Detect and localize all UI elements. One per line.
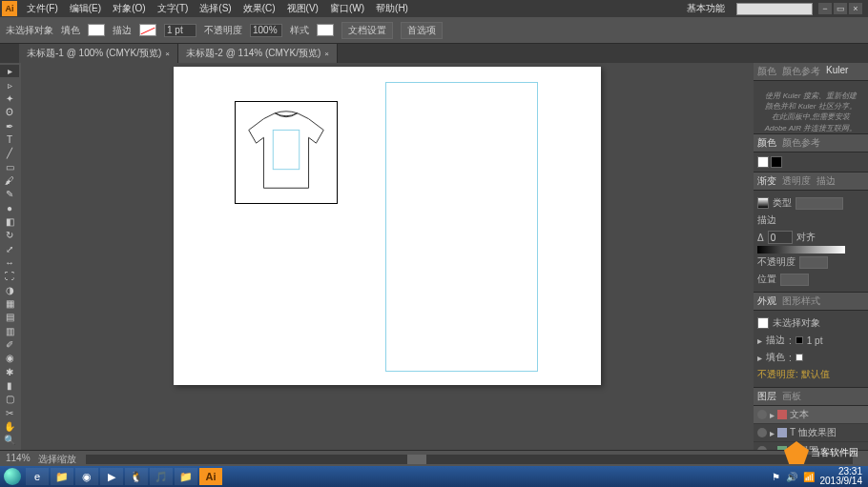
taskbar-qq-icon[interactable]: 🐧 xyxy=(125,468,148,485)
panel-tab-kuler[interactable]: Kuler xyxy=(826,65,848,78)
zoom-level[interactable]: 114% xyxy=(6,453,31,466)
taskbar-folder-icon[interactable]: 📁 xyxy=(175,468,197,485)
symbol-sprayer-tool[interactable]: ✱ xyxy=(0,366,19,378)
slice-tool[interactable]: ✂ xyxy=(0,407,19,419)
taskbar-ie-icon[interactable]: e xyxy=(26,468,49,485)
menu-edit[interactable]: 编辑(E) xyxy=(64,0,107,17)
eraser-tool[interactable]: ◧ xyxy=(0,215,19,228)
eyedropper-tool[interactable]: ✐ xyxy=(0,338,19,351)
panel-tab-artboards[interactable]: 画板 xyxy=(782,390,801,403)
horizontal-scrollbar[interactable] xyxy=(86,455,853,464)
help-search-input[interactable] xyxy=(736,3,813,15)
panel-tab-gradient[interactable]: 渐变 xyxy=(757,174,776,188)
menu-window[interactable]: 窗口(W) xyxy=(324,0,370,17)
appearance-stroke-swatch[interactable] xyxy=(796,336,803,344)
panel-tab-stroke[interactable]: 描边 xyxy=(816,174,836,188)
taskbar-music-icon[interactable]: 🎵 xyxy=(150,468,173,485)
perspective-grid-tool[interactable]: ▦ xyxy=(0,297,19,310)
style-swatch[interactable] xyxy=(317,24,334,36)
chevron-down-icon[interactable]: ▸ xyxy=(770,410,775,420)
lasso-tool[interactable]: ʘ xyxy=(0,106,19,118)
magic-wand-tool[interactable]: ✦ xyxy=(0,92,19,105)
gradient-type-select[interactable] xyxy=(796,197,843,210)
scrollbar-thumb[interactable] xyxy=(407,455,426,464)
color-swatch-white[interactable] xyxy=(757,156,769,168)
gradient-opacity-input[interactable] xyxy=(799,256,828,269)
menu-select[interactable]: 选择(S) xyxy=(194,0,237,17)
rotate-tool[interactable]: ↻ xyxy=(0,229,19,241)
selection-rectangle[interactable] xyxy=(385,82,538,372)
gradient-angle-input[interactable] xyxy=(768,231,793,244)
menu-effect[interactable]: 效果(C) xyxy=(238,0,281,17)
taskbar-explorer-icon[interactable]: 📁 xyxy=(51,468,73,485)
color-swatch-black[interactable] xyxy=(771,156,782,168)
hand-tool[interactable]: ✋ xyxy=(0,420,19,433)
line-tool[interactable]: ╱ xyxy=(0,147,19,159)
maximize-button[interactable]: ▭ xyxy=(834,3,847,14)
direct-selection-tool[interactable]: ▹ xyxy=(0,78,19,91)
chevron-down-icon[interactable]: ▸ xyxy=(770,428,775,438)
gradient-location-input[interactable] xyxy=(780,274,809,286)
document-tab-1[interactable]: 未标题-1 @ 100% (CMYK/预览) × xyxy=(19,44,178,63)
paintbrush-tool[interactable]: 🖌 xyxy=(0,174,19,187)
shape-builder-tool[interactable]: ◑ xyxy=(0,284,19,296)
fill-swatch[interactable] xyxy=(88,24,105,36)
workspace-switcher[interactable]: 基本功能 xyxy=(681,0,731,17)
layer-row[interactable]: ▸ 文本 xyxy=(754,406,868,424)
close-button[interactable]: × xyxy=(849,3,862,14)
panel-tab-appearance[interactable]: 外观 xyxy=(757,294,776,308)
stroke-width-input[interactable] xyxy=(164,24,196,37)
gradient-slider[interactable] xyxy=(757,246,845,254)
gradient-preview[interactable] xyxy=(757,197,769,209)
panel-tab-guide[interactable]: 颜色参考 xyxy=(782,65,820,78)
start-button[interactable] xyxy=(0,466,25,487)
document-tab-2[interactable]: 未标题-2 @ 114% (CMYK/预览) × xyxy=(178,44,338,63)
panel-tab-color2[interactable]: 颜色 xyxy=(757,136,776,150)
visibility-toggle-icon[interactable] xyxy=(757,428,767,437)
menu-file[interactable]: 文件(F) xyxy=(21,0,64,17)
appearance-opacity[interactable]: 不透明度: 默认值 xyxy=(757,368,830,381)
opacity-input[interactable] xyxy=(250,24,282,37)
document-setup-button[interactable]: 文档设置 xyxy=(341,22,393,39)
tray-flag-icon[interactable]: ⚑ xyxy=(772,472,780,482)
panel-tab-transparency[interactable]: 透明度 xyxy=(782,174,811,188)
preferences-button[interactable]: 首选项 xyxy=(401,22,443,39)
type-tool[interactable]: T xyxy=(0,133,19,146)
gradient-tool[interactable]: ▥ xyxy=(0,325,19,337)
tray-volume-icon[interactable]: 🔊 xyxy=(786,472,797,482)
scale-tool[interactable]: ⤢ xyxy=(0,242,19,254)
taskbar-chrome-icon[interactable]: ◉ xyxy=(75,468,98,485)
layer-row[interactable]: ▸ T 恤效果图 xyxy=(754,424,868,442)
close-icon[interactable]: × xyxy=(165,50,170,58)
zoom-tool[interactable]: 🔍 xyxy=(0,434,19,446)
artboard-tool[interactable]: ▢ xyxy=(0,393,19,405)
panel-tab-guide2[interactable]: 颜色参考 xyxy=(782,136,820,150)
menu-view[interactable]: 视图(V) xyxy=(281,0,324,17)
column-graph-tool[interactable]: ▮ xyxy=(0,379,19,392)
minimize-button[interactable]: − xyxy=(818,3,832,14)
appearance-fill-swatch[interactable] xyxy=(796,354,803,361)
menu-type[interactable]: 文字(T) xyxy=(152,0,195,17)
width-tool[interactable]: ↔ xyxy=(0,256,19,269)
taskbar-illustrator-icon[interactable]: Ai xyxy=(199,468,222,485)
panel-tab-layers[interactable]: 图层 xyxy=(757,390,776,403)
tray-network-icon[interactable]: 📶 xyxy=(803,472,815,482)
mesh-tool[interactable]: ▤ xyxy=(0,311,19,323)
rectangle-tool[interactable]: ▭ xyxy=(0,160,19,172)
taskbar-media-icon[interactable]: ▶ xyxy=(100,468,123,485)
pencil-tool[interactable]: ✎ xyxy=(0,188,19,200)
free-transform-tool[interactable]: ⛶ xyxy=(0,270,19,282)
blend-tool[interactable]: ◉ xyxy=(0,352,19,364)
pen-tool[interactable]: ✒ xyxy=(0,119,19,132)
menu-object[interactable]: 对象(O) xyxy=(107,0,151,17)
selection-tool[interactable]: ▸ xyxy=(0,65,19,77)
canvas[interactable] xyxy=(21,63,754,469)
close-icon[interactable]: × xyxy=(324,50,329,58)
panel-tab-color[interactable]: 颜色 xyxy=(757,65,776,78)
tshirt-graphic[interactable] xyxy=(235,101,338,204)
blob-brush-tool[interactable]: ● xyxy=(0,201,19,213)
panel-tab-graphic-styles[interactable]: 图形样式 xyxy=(782,294,820,308)
stroke-swatch[interactable] xyxy=(139,24,156,36)
menu-help[interactable]: 帮助(H) xyxy=(370,0,414,17)
visibility-toggle-icon[interactable] xyxy=(757,410,767,419)
